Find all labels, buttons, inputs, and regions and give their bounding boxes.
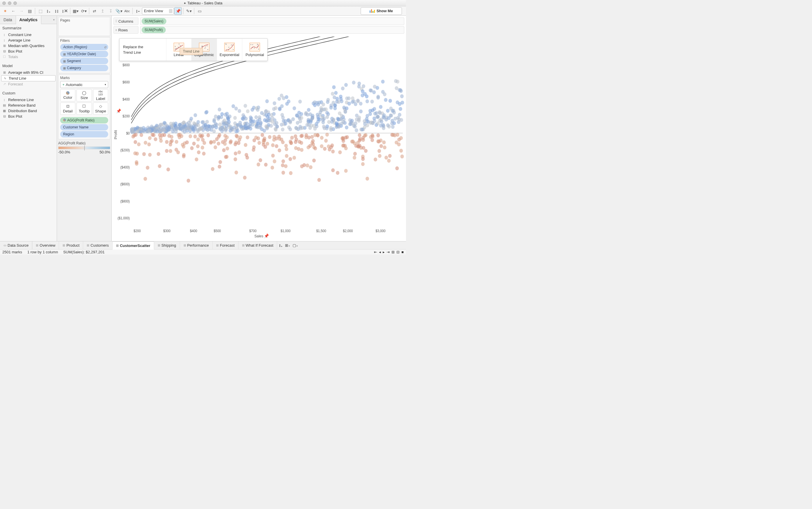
svg-point-757 xyxy=(282,171,285,175)
clear-button[interactable]: ⫿✕ xyxy=(61,7,69,15)
fit-select[interactable]: Entire View xyxy=(142,7,174,14)
analytics-item[interactable]: ⊟Box Plot xyxy=(1,48,56,54)
svg-point-597 xyxy=(262,137,266,141)
svg-point-393 xyxy=(294,140,297,144)
new-dashboard-tab[interactable]: ⊞₊ xyxy=(285,243,290,247)
marks-size-button[interactable]: ◯Size xyxy=(76,89,92,101)
swap-button[interactable]: ⇄ xyxy=(91,7,98,15)
new-datasource-button[interactable]: ⬚ xyxy=(37,7,44,15)
svg-point-951 xyxy=(257,44,258,44)
auto-update-button[interactable]: ▦▾ xyxy=(72,7,80,15)
analytics-item[interactable]: ☐Totals xyxy=(1,54,56,60)
analytics-item[interactable]: ∿Trend Line xyxy=(1,75,56,81)
svg-point-235 xyxy=(378,154,381,158)
sheet-tab[interactable]: ⊞Overview xyxy=(32,241,59,249)
nav-prev-icon[interactable]: ◂ xyxy=(379,250,381,254)
svg-point-261 xyxy=(165,140,168,144)
analytics-item[interactable]: ↗Forecast xyxy=(1,81,56,87)
nav-next-icon[interactable]: ▸ xyxy=(383,250,385,254)
tab-data[interactable]: Data xyxy=(0,16,16,24)
analytics-item[interactable]: ⊞Average with 95% CI xyxy=(1,70,56,75)
svg-point-680 xyxy=(264,163,268,167)
sheet-tab[interactable]: ⊞What If Forecast xyxy=(239,241,277,249)
presentation-button[interactable]: ▭ xyxy=(196,7,203,15)
svg-point-474 xyxy=(323,147,326,151)
tab-analytics[interactable]: Analytics xyxy=(16,16,41,24)
analytics-item[interactable]: ⊞Median with Quartiles xyxy=(1,43,56,48)
sheet-tab[interactable]: ⊞Product xyxy=(59,241,83,249)
view-sort-icon[interactable]: ⊟ xyxy=(397,250,400,254)
svg-point-729 xyxy=(332,85,336,89)
marks-detail-button[interactable]: ⊡Detail xyxy=(60,103,75,115)
marks-card[interactable]: Marks ✦Automatic Color◯SizeAbc123Label⊡D… xyxy=(58,74,110,139)
svg-point-910 xyxy=(401,155,404,159)
save-button[interactable]: ▤ xyxy=(26,7,33,15)
marks-type-select[interactable]: ✦Automatic xyxy=(60,81,108,88)
new-story-tab[interactable]: ▢₊ xyxy=(292,243,298,247)
run-button[interactable]: ⟳▾ xyxy=(80,7,88,15)
sort-desc-button[interactable]: ↧ xyxy=(107,7,115,15)
analytics-item[interactable]: ⫶Average Line xyxy=(1,37,56,43)
analytics-item[interactable]: ⊟Box Plot xyxy=(1,113,56,119)
analytics-item[interactable]: ▤Reference Band xyxy=(1,103,56,108)
marks-shape-button[interactable]: ◇Shape xyxy=(93,103,108,115)
nav-first-icon[interactable]: ⇤ xyxy=(374,250,377,254)
marks-label-button[interactable]: Abc123Label xyxy=(93,89,108,101)
pin-button[interactable]: 📌 xyxy=(174,7,182,15)
trend-polynomial-option[interactable]: Polynomial xyxy=(242,39,267,61)
view-mode-button[interactable]: ⫿▾ xyxy=(134,7,142,15)
sheet-tab[interactable]: ⊞Customers xyxy=(83,241,113,249)
side-tab-menu[interactable]: ▾ xyxy=(51,16,57,24)
sheet-tab[interactable]: ⊞CustomerScatter xyxy=(113,241,154,249)
analytics-item[interactable]: ⫶Reference Line xyxy=(1,97,56,103)
marks-shelf-pill[interactable]: AGG(Profit Ratio) xyxy=(60,117,108,124)
svg-point-483 xyxy=(370,100,374,104)
filter-pill[interactable]: Action (Region) xyxy=(60,44,108,50)
back-button[interactable]: ← xyxy=(9,7,17,15)
marks-shelf-pill[interactable]: Region xyxy=(60,131,108,137)
view-filmstrip-icon[interactable]: ■ xyxy=(401,250,404,254)
nav-last-icon[interactable]: ⇥ xyxy=(386,250,390,254)
highlight-button[interactable]: ✎▾ xyxy=(185,7,192,15)
filters-card[interactable]: Filters Action (Region)▦YEAR(Order Date)… xyxy=(58,37,110,73)
svg-point-938 xyxy=(205,46,206,47)
label-button[interactable]: Abc xyxy=(123,7,131,15)
duplicate-button[interactable]: ⫿⫿ xyxy=(53,7,61,15)
sheet-tab[interactable]: ⊞Performance xyxy=(180,241,213,249)
rows-pill[interactable]: SUM(Profit) xyxy=(142,27,166,33)
sheet-tab[interactable]: ⊞Forecast xyxy=(213,241,239,249)
analytics-item[interactable]: ▦Distribution Band xyxy=(1,108,56,113)
rows-shelf[interactable]: SUM(Profit) xyxy=(140,26,404,34)
analytics-item[interactable]: ⫶Constant Line xyxy=(1,32,56,37)
side-panel: Data Analytics ▾ Summarize ⫶Constant Lin… xyxy=(0,16,57,241)
svg-point-797 xyxy=(244,126,248,130)
svg-point-870 xyxy=(194,113,197,117)
attach-button[interactable]: 📎▾ xyxy=(115,7,123,15)
tableau-logo-button[interactable]: ✶ xyxy=(1,7,9,15)
sort-asc-button[interactable]: ↥ xyxy=(99,7,106,15)
marks-tooltip-button[interactable]: ☐Tooltip xyxy=(76,103,92,115)
pages-card[interactable]: Pages xyxy=(58,17,110,36)
view-grid-icon[interactable]: ⊞ xyxy=(392,250,395,254)
sheet-tab[interactable]: ⊞Shipping xyxy=(154,241,180,249)
filter-pill[interactable]: ▦Category xyxy=(60,65,108,71)
svg-point-808 xyxy=(329,106,333,110)
show-me-button[interactable]: Show Me xyxy=(361,7,402,15)
columns-shelf[interactable]: SUM(Sales) xyxy=(140,18,404,25)
filter-pill[interactable]: ▦Segment xyxy=(60,58,108,64)
svg-point-269 xyxy=(170,139,174,143)
marks-shelf-pill[interactable]: Customer Name xyxy=(60,124,108,130)
new-worksheet-button[interactable]: ⫿₊ xyxy=(45,7,52,15)
data-source-tab[interactable]: ▭Data Source xyxy=(0,241,32,249)
filter-pill[interactable]: ▦YEAR(Order Date) xyxy=(60,51,108,57)
color-legend[interactable]: AGG(Profit Ratio) -50.0%50.0% xyxy=(58,141,110,155)
new-worksheet-tab[interactable]: ⫿₊ xyxy=(279,243,283,247)
chart[interactable]: ($1,000)($800)($600)($400)($200)$0$200$4… xyxy=(114,37,404,239)
trend-exponential-option[interactable]: Exponential xyxy=(217,39,242,61)
rows-shelf-label: ≡Rows xyxy=(114,26,138,34)
forward-button[interactable]: → xyxy=(18,7,25,15)
marks-color-button[interactable]: Color xyxy=(60,89,75,101)
svg-text:($1,000): ($1,000) xyxy=(118,216,130,220)
columns-pill[interactable]: SUM(Sales) xyxy=(142,18,166,24)
svg-point-629 xyxy=(317,117,320,121)
